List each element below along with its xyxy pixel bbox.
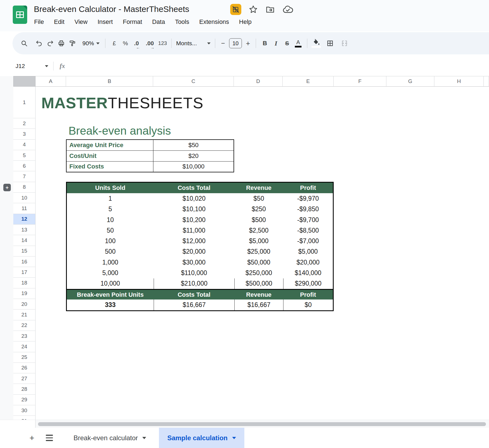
- input-label[interactable]: Average Unit Price: [67, 140, 153, 150]
- all-sheets-menu-icon[interactable]: [46, 435, 53, 441]
- input-label[interactable]: Fixed Costs: [67, 162, 153, 172]
- input-value[interactable]: $20: [153, 151, 234, 161]
- move-to-folder-icon[interactable]: [265, 5, 275, 14]
- row-header-12[interactable]: 12: [13, 214, 36, 225]
- cell[interactable]: $50,000: [234, 257, 283, 268]
- cell[interactable]: Profit: [283, 290, 333, 299]
- row-header-4[interactable]: 4: [13, 140, 36, 150]
- row-header-30[interactable]: 30: [13, 405, 36, 416]
- row-header-11[interactable]: 11: [13, 203, 36, 214]
- sheet-tab-sample-calculation[interactable]: Sample calculation: [159, 428, 244, 448]
- inputs-table[interactable]: Average Unit Price$50Cost/Unit$20Fixed C…: [66, 139, 234, 172]
- results-table[interactable]: Units SoldCosts TotalRevenueProfit1$10,0…: [66, 182, 334, 311]
- cell[interactable]: 1: [67, 193, 154, 204]
- cell[interactable]: $250: [234, 204, 283, 215]
- results-data-row[interactable]: 1$10,020$50-$9,970: [67, 193, 333, 204]
- row-header-29[interactable]: 29: [13, 395, 36, 405]
- expand-hidden-row-button[interactable]: +: [3, 184, 11, 191]
- row-header-21[interactable]: 21: [13, 309, 36, 320]
- cell[interactable]: -$9,850: [283, 204, 333, 215]
- cell[interactable]: Break-even Point Units: [67, 290, 154, 299]
- cell[interactable]: $250,000: [234, 268, 283, 278]
- results-data-row[interactable]: 100$12,000$5,000-$7,000: [67, 236, 333, 246]
- spreadsheet-canvas[interactable]: MASTERTHESHEETS Break-even analysis Aver…: [36, 87, 489, 420]
- cell[interactable]: 10,000: [67, 278, 154, 289]
- column-header-B[interactable]: B: [66, 76, 153, 87]
- results-data-row[interactable]: 50$11,000$2,500-$8,500: [67, 225, 333, 236]
- results-data-row[interactable]: 5$10,100$250-$9,850: [67, 204, 333, 215]
- menu-tools[interactable]: Tools: [172, 17, 192, 27]
- cell[interactable]: $20,000: [154, 246, 234, 257]
- row-header-22[interactable]: 22: [13, 320, 36, 331]
- sheet-tab-break-even-calculator[interactable]: Break-even calculator: [66, 428, 153, 448]
- more-formats-button[interactable]: 123: [157, 37, 168, 49]
- menu-help[interactable]: Help: [236, 17, 255, 27]
- row-header-19[interactable]: 19: [13, 288, 36, 299]
- cell[interactable]: $2,500: [234, 225, 283, 236]
- redo-icon[interactable]: [45, 37, 56, 49]
- cell[interactable]: Profit: [283, 183, 333, 193]
- formula-input[interactable]: [65, 57, 489, 75]
- decrease-decimal-button[interactable]: .0←: [131, 37, 142, 49]
- cell[interactable]: $10,020: [154, 193, 234, 204]
- cell[interactable]: $5,000: [283, 246, 333, 257]
- row-header-2[interactable]: 2: [13, 118, 36, 129]
- row-header-10[interactable]: 10: [13, 193, 36, 203]
- increase-font-size-button[interactable]: +: [244, 37, 252, 49]
- row-header-28[interactable]: 28: [13, 384, 36, 394]
- cell[interactable]: Units Sold: [67, 183, 154, 193]
- column-header-A[interactable]: A: [36, 76, 66, 87]
- inputs-table-row[interactable]: Average Unit Price$50: [67, 140, 234, 150]
- cell[interactable]: $50: [234, 193, 283, 204]
- cell[interactable]: $10,100: [154, 204, 234, 215]
- cell[interactable]: $290,000: [283, 278, 333, 289]
- breakeven-data-row[interactable]: 333$16,667$16,667$0: [67, 299, 333, 310]
- input-label[interactable]: Cost/Unit: [67, 151, 153, 161]
- menu-view[interactable]: View: [71, 17, 90, 27]
- results-header-row[interactable]: Units SoldCosts TotalRevenueProfit: [67, 183, 333, 193]
- cell[interactable]: $140,000: [283, 268, 333, 278]
- row-header-7[interactable]: 7: [13, 171, 36, 182]
- breakeven-header-row[interactable]: Break-even Point UnitsCosts TotalRevenue…: [67, 289, 333, 299]
- row-header-5[interactable]: 5: [13, 150, 36, 161]
- percent-format-button[interactable]: %: [120, 37, 131, 49]
- bold-button[interactable]: B: [259, 37, 270, 49]
- results-data-row[interactable]: 5,000$110,000$250,000$140,000: [67, 268, 333, 278]
- cell[interactable]: Revenue: [234, 183, 283, 193]
- cell[interactable]: $16,667: [234, 299, 283, 310]
- decrease-font-size-button[interactable]: −: [219, 37, 227, 49]
- column-header-C[interactable]: C: [153, 76, 234, 87]
- row-header-25[interactable]: 25: [13, 352, 36, 363]
- font-family-select[interactable]: Monts...: [175, 40, 212, 47]
- results-data-row[interactable]: 1,000$30,000$50,000$20,000: [67, 257, 333, 268]
- menu-data[interactable]: Data: [149, 17, 168, 27]
- cell[interactable]: -$9,970: [283, 193, 333, 204]
- cell[interactable]: 500: [67, 246, 154, 257]
- menu-extensions[interactable]: Extensions: [196, 17, 232, 27]
- increase-decimal-button[interactable]: .00→: [144, 37, 155, 49]
- row-header-24[interactable]: 24: [13, 341, 36, 352]
- input-value[interactable]: $50: [153, 140, 234, 150]
- cloud-status-icon[interactable]: [282, 5, 293, 14]
- results-data-row[interactable]: 500$20,000$25,000$5,000: [67, 246, 333, 257]
- row-header-16[interactable]: 16: [13, 256, 36, 267]
- menu-insert[interactable]: Insert: [95, 17, 116, 27]
- cell[interactable]: 100: [67, 236, 154, 246]
- cell[interactable]: Revenue: [234, 290, 283, 299]
- borders-button[interactable]: [325, 37, 336, 49]
- row-header-26[interactable]: 26: [13, 363, 36, 373]
- cell[interactable]: $500: [234, 215, 283, 225]
- row-header-31[interactable]: 31: [13, 416, 36, 420]
- cell[interactable]: $110,000: [154, 268, 234, 278]
- inputs-table-row[interactable]: Fixed Costs$10,000: [67, 161, 234, 172]
- text-color-button[interactable]: A: [293, 37, 304, 49]
- zoom-control[interactable]: 90%: [82, 40, 100, 47]
- cell[interactable]: 50: [67, 225, 154, 236]
- horizontal-scrollbar[interactable]: [38, 422, 486, 426]
- search-icon[interactable]: [19, 37, 30, 49]
- row-header-3[interactable]: 3: [13, 129, 36, 139]
- sheets-logo-icon[interactable]: [13, 6, 27, 24]
- cell[interactable]: $5,000: [234, 236, 283, 246]
- cell[interactable]: $10,200: [154, 215, 234, 225]
- results-data-row[interactable]: 10,000$210,000$500,000$290,000: [67, 278, 333, 289]
